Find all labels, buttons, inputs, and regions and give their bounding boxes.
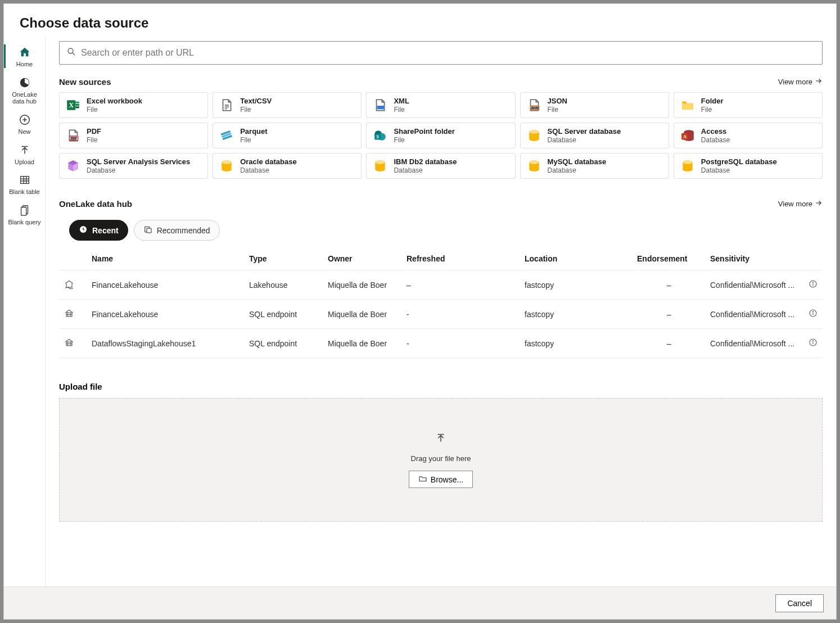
info-icon[interactable] — [803, 329, 823, 358]
pill-recommended[interactable]: Recommended — [134, 220, 220, 241]
info-icon[interactable] — [803, 270, 823, 300]
sidebar-item-new[interactable]: New — [4, 109, 45, 139]
cell-name: FinanceLakehouse — [87, 300, 245, 329]
sidebar-item-onelake[interactable]: OneLake data hub — [4, 71, 45, 109]
svg-point-63 — [812, 312, 813, 312]
source-card-ibm-db2-database[interactable]: IBM Db2 databaseDatabase — [366, 153, 515, 179]
cell-endorsement: – — [633, 329, 706, 358]
pdf-icon: PDF — [65, 128, 81, 143]
card-subtitle: File — [394, 136, 454, 144]
hub-col-header[interactable] — [803, 247, 823, 270]
hub-header: OneLake data hub View more — [59, 199, 823, 209]
hub-col-header[interactable]: Refreshed — [402, 247, 520, 270]
source-card-mysql-database[interactable]: MySQL databaseDatabase — [520, 153, 669, 179]
source-card-excel-workbook[interactable]: XExcel workbookFile — [59, 92, 208, 118]
browse-button[interactable]: Browse... — [409, 471, 473, 488]
table-row[interactable]: DataflowsStagingLakehouse1SQL endpointMi… — [59, 329, 823, 358]
card-title: Excel workbook — [87, 97, 142, 106]
table-row[interactable]: FinanceLakehouseLakehouseMiquella de Boe… — [59, 270, 823, 300]
source-card-oracle-database[interactable]: Oracle databaseDatabase — [213, 153, 362, 179]
sidebar-item-upload[interactable]: Upload — [4, 139, 45, 169]
card-title: Text/CSV — [240, 97, 272, 106]
search-box[interactable] — [59, 41, 823, 65]
source-card-sql-server-analysis-services[interactable]: SQL Server Analysis ServicesDatabase — [59, 153, 208, 179]
sidebar-item-home[interactable]: Home — [4, 41, 45, 71]
card-subtitle: File — [394, 106, 409, 114]
card-title: SQL Server Analysis Services — [87, 157, 190, 166]
card-subtitle: Database — [701, 136, 730, 144]
new-sources-header: New sources View more — [59, 77, 823, 87]
card-title: PostgreSQL database — [701, 157, 777, 166]
cell-sensitivity: Confidential\Microsoft ... — [706, 300, 803, 329]
svg-rect-18 — [75, 102, 79, 103]
db-orange-icon — [680, 158, 696, 174]
upload-title: Upload file — [59, 382, 823, 391]
row-type-icon — [59, 270, 87, 300]
svg-rect-19 — [75, 104, 79, 106]
card-subtitle: File — [701, 106, 724, 114]
hub-col-header[interactable] — [59, 247, 87, 270]
search-icon — [66, 47, 76, 59]
sidebar-item-blank-query[interactable]: Blank query — [4, 199, 45, 229]
table-row[interactable]: FinanceLakehouseSQL endpointMiquella de … — [59, 300, 823, 329]
json-icon: JSON — [526, 97, 542, 113]
card-subtitle: File — [87, 106, 142, 114]
dialog-window: Choose data source Home OneLake data hub — [3, 3, 837, 620]
source-card-text-csv[interactable]: Text/CSVFile — [213, 92, 362, 118]
cell-refreshed: – — [402, 270, 520, 300]
cell-type: Lakehouse — [245, 270, 323, 300]
info-icon[interactable] — [803, 300, 823, 329]
hub-table: NameTypeOwnerRefreshedLocationEndorsemen… — [59, 247, 823, 358]
svg-point-43 — [222, 160, 232, 164]
hub-col-header[interactable]: Sensitivity — [706, 247, 803, 270]
hub-col-header[interactable]: Type — [245, 247, 323, 270]
main-panel: New sources View more XExcel workbookFil… — [46, 38, 836, 586]
source-card-sharepoint-folder[interactable]: SSharePoint folderFile — [366, 123, 515, 148]
search-input[interactable] — [76, 48, 815, 58]
cell-owner: Miquella de Boer — [323, 329, 402, 358]
sidebar-item-label: OneLake data hub — [11, 91, 38, 105]
new-sources-title: New sources — [59, 77, 111, 87]
sidebar-item-label: Blank query — [7, 219, 42, 226]
source-card-json[interactable]: JSONJSONFile — [520, 92, 669, 118]
arrow-right-icon — [815, 77, 823, 87]
source-card-postgresql-database[interactable]: PostgreSQL databaseDatabase — [674, 153, 823, 179]
source-card-parquet[interactable]: ParquetFile — [213, 123, 362, 148]
hub-col-header[interactable]: Endorsement — [633, 247, 706, 270]
hub-col-header[interactable]: Name — [87, 247, 245, 270]
header: Choose data source — [4, 4, 836, 38]
source-card-access[interactable]: AAccessDatabase — [674, 123, 823, 148]
cancel-button[interactable]: Cancel — [775, 594, 824, 612]
card-subtitle: Database — [548, 136, 621, 144]
hub-col-header[interactable]: Location — [520, 247, 633, 270]
cell-endorsement: – — [633, 270, 706, 300]
hub-col-header[interactable]: Owner — [323, 247, 402, 270]
source-card-pdf[interactable]: PDFPDFFile — [59, 123, 208, 148]
row-type-icon — [59, 300, 87, 329]
card-subtitle: Database — [548, 166, 607, 174]
hub-view-more[interactable]: View more — [778, 199, 823, 209]
new-sources-view-more[interactable]: View more — [778, 77, 823, 87]
card-subtitle: File — [240, 136, 267, 144]
sidebar-item-blank-table[interactable]: Blank table — [4, 169, 45, 199]
access-icon: A — [680, 128, 696, 143]
cell-refreshed: - — [402, 300, 520, 329]
pill-label: Recommended — [157, 226, 210, 235]
source-card-sql-server-database[interactable]: SQL Server databaseDatabase — [520, 123, 669, 148]
svg-rect-12 — [21, 207, 26, 215]
pill-label: Recent — [92, 226, 119, 235]
pill-recent[interactable]: Recent — [69, 220, 128, 241]
source-card-folder[interactable]: FolderFile — [674, 92, 823, 118]
row-type-icon — [59, 329, 87, 358]
card-title: MySQL database — [548, 157, 607, 166]
hub-title: OneLake data hub — [59, 199, 132, 209]
card-subtitle: File — [240, 106, 272, 114]
arrow-right-icon — [815, 199, 823, 209]
cell-type: SQL endpoint — [245, 329, 323, 358]
upload-dropzone[interactable]: Drag your file here Browse... — [59, 398, 823, 522]
sidebar-item-label: Home — [15, 61, 34, 68]
db-orange-icon — [219, 158, 234, 174]
source-card-xml[interactable]: <•>XMLFile — [366, 92, 515, 118]
card-title: Folder — [701, 97, 724, 106]
card-title: SQL Server database — [548, 127, 621, 136]
